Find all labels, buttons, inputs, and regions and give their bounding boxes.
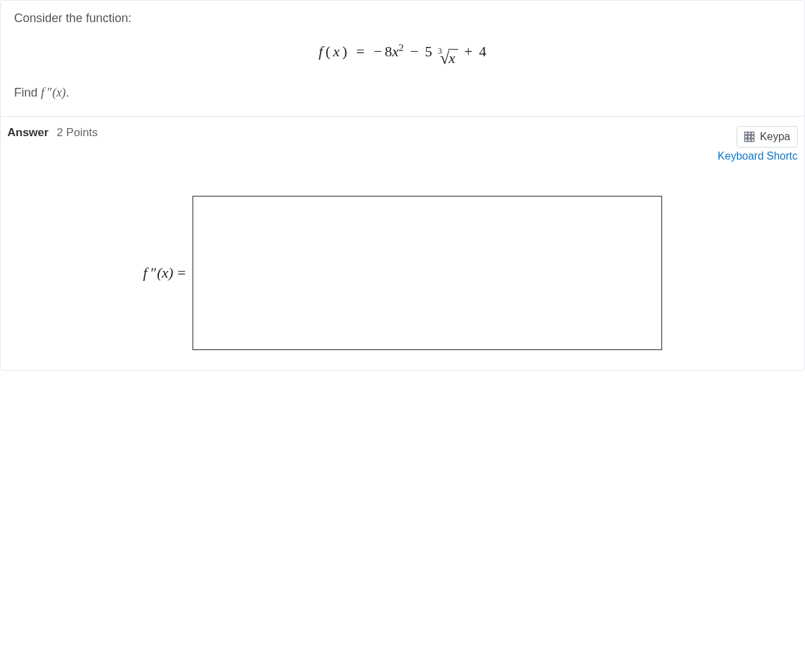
svg-rect-0 <box>745 132 747 135</box>
keyboard-shortcuts-link[interactable]: Keyboard Shortc <box>718 150 798 162</box>
answer-section: Answer 2 Points <box>1 117 804 370</box>
cube-root: 3√x <box>436 49 458 66</box>
svg-rect-1 <box>748 132 751 135</box>
svg-rect-8 <box>751 139 754 142</box>
find-prefix: Find <box>14 86 41 99</box>
formula: f(x) = −8x2 − 5 3√x + 4 <box>14 42 791 67</box>
svg-rect-5 <box>751 135 754 138</box>
answer-header: Answer 2 Points <box>7 126 798 162</box>
svg-rect-2 <box>751 132 754 135</box>
question-intro: Consider the function: <box>14 11 791 25</box>
question-card: Consider the function: f(x) = −8x2 − 5 3… <box>0 0 805 371</box>
answer-header-left: Answer 2 Points <box>7 126 98 139</box>
answer-points: 2 Points <box>56 126 97 139</box>
find-line: Find f ″(x). <box>14 86 791 100</box>
svg-rect-4 <box>748 135 751 138</box>
question-body: Consider the function: f(x) = −8x2 − 5 3… <box>1 1 804 117</box>
keypad-icon <box>744 131 755 142</box>
answer-header-right: Keypa Keyboard Shortc <box>718 126 798 162</box>
answer-input[interactable] <box>193 196 662 350</box>
svg-rect-6 <box>745 139 747 142</box>
svg-rect-3 <box>745 135 747 138</box>
answer-input-area: f ″(x)= <box>7 196 798 350</box>
answer-label: Answer <box>7 126 48 139</box>
svg-rect-7 <box>748 139 751 142</box>
find-suffix: . <box>66 86 69 99</box>
keypad-button[interactable]: Keypa <box>737 126 798 148</box>
keypad-label: Keypa <box>760 131 790 143</box>
answer-lhs: f ″(x)= <box>143 264 186 282</box>
